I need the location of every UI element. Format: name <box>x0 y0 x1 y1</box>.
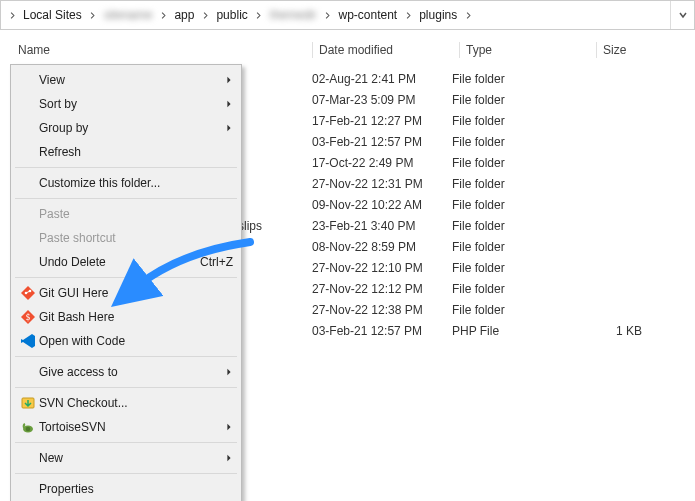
breadcrumb-item[interactable]: plugins <box>413 1 463 29</box>
svg-point-5 <box>26 427 31 432</box>
menu-item-label: View <box>39 73 221 87</box>
menu-item-tortoisesvn[interactable]: TortoiseSVN <box>13 415 239 439</box>
breadcrumb-chevron-icon[interactable] <box>322 10 332 21</box>
file-type: File folder <box>452 240 582 254</box>
submenu-arrow-icon <box>221 97 233 111</box>
menu-item-git-gui-here[interactable]: Git GUI Here <box>13 281 239 305</box>
submenu-arrow-icon <box>221 73 233 87</box>
menu-item-paste-shortcut: Paste shortcut <box>13 226 239 250</box>
file-type: File folder <box>452 303 582 317</box>
submenu-arrow-icon <box>221 121 233 135</box>
menu-item-paste: Paste <box>13 202 239 226</box>
menu-item-label: Git GUI Here <box>39 286 233 300</box>
menu-separator <box>15 167 237 168</box>
col-header-size[interactable]: Size <box>603 43 683 57</box>
menu-item-svn-checkout[interactable]: SVN Checkout... <box>13 391 239 415</box>
submenu-arrow-icon <box>221 451 233 465</box>
menu-item-undo-delete[interactable]: Undo DeleteCtrl+Z <box>13 250 239 274</box>
col-header-name[interactable]: Name <box>18 43 312 57</box>
col-header-type[interactable]: Type <box>466 43 596 57</box>
file-date: 02-Aug-21 2:41 PM <box>312 72 452 86</box>
context-menu[interactable]: ViewSort byGroup byRefreshCustomize this… <box>10 64 242 501</box>
file-date: 03-Feb-21 12:57 PM <box>312 135 452 149</box>
file-type: File folder <box>452 219 582 233</box>
menu-separator <box>15 473 237 474</box>
git-bash-icon: $ <box>17 309 39 325</box>
breadcrumb-item[interactable]: themedir <box>264 1 323 29</box>
file-date: 27-Nov-22 12:12 PM <box>312 282 452 296</box>
file-type: PHP File <box>452 324 582 338</box>
menu-item-properties[interactable]: Properties <box>13 477 239 501</box>
breadcrumb-item[interactable]: sitename <box>98 1 159 29</box>
menu-item-label: New <box>39 451 221 465</box>
breadcrumb-item[interactable]: Local Sites <box>17 1 88 29</box>
menu-item-label: Undo Delete <box>39 255 200 269</box>
menu-item-label: Customize this folder... <box>39 176 233 190</box>
menu-item-label: Properties <box>39 482 233 496</box>
file-type: File folder <box>452 114 582 128</box>
menu-item-label: Open with Code <box>39 334 233 348</box>
file-type: File folder <box>452 261 582 275</box>
menu-item-customize-this-folder[interactable]: Customize this folder... <box>13 171 239 195</box>
menu-separator <box>15 277 237 278</box>
breadcrumb-chevron-icon[interactable] <box>254 10 264 21</box>
file-date: 27-Nov-22 12:31 PM <box>312 177 452 191</box>
breadcrumb-dropdown[interactable] <box>670 1 694 29</box>
menu-item-group-by[interactable]: Group by <box>13 116 239 140</box>
file-type: File folder <box>452 198 582 212</box>
menu-item-label: TortoiseSVN <box>39 420 221 434</box>
menu-separator <box>15 356 237 357</box>
file-date: 03-Feb-21 12:57 PM <box>312 324 452 338</box>
breadcrumb[interactable]: Local Sitessitenameapppublicthemedirwp-c… <box>0 0 695 30</box>
menu-separator <box>15 442 237 443</box>
menu-separator <box>15 387 237 388</box>
file-type: File folder <box>452 282 582 296</box>
file-date: 17-Feb-21 12:27 PM <box>312 114 452 128</box>
svn-checkout-icon <box>17 395 39 411</box>
git-gui-icon <box>17 285 39 301</box>
breadcrumb-chevron-icon[interactable] <box>7 10 17 21</box>
menu-item-new[interactable]: New <box>13 446 239 470</box>
file-date: 09-Nov-22 10:22 AM <box>312 198 452 212</box>
file-date: 07-Mar-23 5:09 PM <box>312 93 452 107</box>
file-type: File folder <box>452 177 582 191</box>
menu-item-refresh[interactable]: Refresh <box>13 140 239 164</box>
breadcrumb-chevron-icon[interactable] <box>403 10 413 21</box>
submenu-arrow-icon <box>221 420 233 434</box>
breadcrumb-chevron-icon[interactable] <box>158 10 168 21</box>
menu-item-label: Group by <box>39 121 221 135</box>
vscode-icon <box>17 333 39 349</box>
file-type: File folder <box>452 93 582 107</box>
breadcrumb-chevron-icon[interactable] <box>463 10 473 21</box>
breadcrumb-item[interactable]: app <box>168 1 200 29</box>
menu-item-open-with-code[interactable]: Open with Code <box>13 329 239 353</box>
file-date: 08-Nov-22 8:59 PM <box>312 240 452 254</box>
breadcrumb-chevron-icon[interactable] <box>88 10 98 21</box>
file-size: 1 KB <box>582 324 662 338</box>
submenu-arrow-icon <box>221 365 233 379</box>
menu-item-label: Sort by <box>39 97 221 111</box>
menu-item-label: Git Bash Here <box>39 310 233 324</box>
menu-item-sort-by[interactable]: Sort by <box>13 92 239 116</box>
file-date: 27-Nov-22 12:38 PM <box>312 303 452 317</box>
file-date: 23-Feb-21 3:40 PM <box>312 219 452 233</box>
breadcrumb-item[interactable]: public <box>210 1 253 29</box>
menu-item-git-bash-here[interactable]: $Git Bash Here <box>13 305 239 329</box>
file-type: File folder <box>452 156 582 170</box>
menu-item-give-access-to[interactable]: Give access to <box>13 360 239 384</box>
menu-item-label: Paste shortcut <box>39 231 233 245</box>
menu-item-view[interactable]: View <box>13 68 239 92</box>
file-date: 17-Oct-22 2:49 PM <box>312 156 452 170</box>
column-headers: Name Date modified Type Size <box>0 36 695 64</box>
breadcrumb-chevron-icon[interactable] <box>200 10 210 21</box>
breadcrumb-item[interactable]: wp-content <box>332 1 403 29</box>
menu-separator <box>15 198 237 199</box>
col-header-date[interactable]: Date modified <box>319 43 459 57</box>
file-type: File folder <box>452 135 582 149</box>
menu-item-label: Paste <box>39 207 233 221</box>
menu-item-label: Give access to <box>39 365 221 379</box>
menu-item-shortcut: Ctrl+Z <box>200 255 233 269</box>
menu-item-label: Refresh <box>39 145 233 159</box>
menu-item-label: SVN Checkout... <box>39 396 233 410</box>
svg-text:$: $ <box>26 313 31 322</box>
